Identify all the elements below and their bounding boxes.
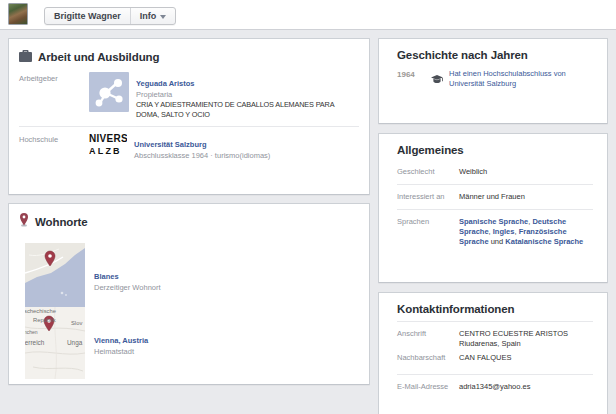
contact-info-title: Kontaktinformationen xyxy=(397,303,593,315)
row-divider xyxy=(397,209,593,210)
university-logo-text-2: ALZB xyxy=(89,145,127,157)
history-year: 1964 xyxy=(397,69,425,79)
employer-role: Propietaria xyxy=(136,90,359,100)
language-link[interactable]: Spanische Sprache xyxy=(459,217,528,226)
email-value: adria1345@yahoo.es xyxy=(459,382,593,392)
gender-label: Geschlecht xyxy=(397,167,449,177)
language-link[interactable]: Ingles xyxy=(493,227,515,236)
current-city-type: Derzeitiger Wohnort xyxy=(94,283,161,293)
profile-name-button[interactable]: Brigitte Wagner xyxy=(45,8,130,24)
topbar: Brigitte Wagner Info xyxy=(0,0,616,30)
row-divider xyxy=(397,184,593,185)
employer-row: Arbeitgeber Yeguada Aristos Propietaria … xyxy=(19,72,359,120)
hometown-type: Heimatstadt xyxy=(94,347,148,357)
places-title: Wohnorte xyxy=(35,216,88,228)
interested-in-label: Interessiert an xyxy=(397,192,449,202)
row-divider xyxy=(19,126,359,127)
college-name-link[interactable]: Universität Salzburg xyxy=(134,140,207,149)
interested-in-row: Interessiert an Männer und Frauen xyxy=(397,187,593,207)
map-label: Slov xyxy=(71,320,82,326)
info-tab-button[interactable]: Info xyxy=(130,8,176,24)
college-logo-thumbnail[interactable]: NIVERS ALZB xyxy=(89,133,127,159)
email-label: E-Mail-Adresse xyxy=(397,382,449,392)
briefcase-icon xyxy=(19,48,32,66)
row-divider xyxy=(397,374,593,375)
college-details: Abschlussklasse 1964 · turismo(idiomas) xyxy=(134,151,270,161)
languages-label: Sprachen xyxy=(397,217,449,227)
employer-description: CRIA Y ADIESTRAMIENTO DE CABALLOS ALEMAN… xyxy=(136,100,359,120)
college-label: Hochschule xyxy=(19,133,89,145)
gender-row: Geschlecht Weiblich xyxy=(397,162,593,182)
address-label: Anschrift xyxy=(397,329,449,339)
college-row: Hochschule NIVERS ALZB Universität Salzb… xyxy=(19,133,359,161)
email-row: E-Mail-Adresse adria1345@yahoo.es xyxy=(397,377,593,397)
map-label: terreich xyxy=(25,339,44,346)
map-label: Unga xyxy=(67,339,82,346)
employer-name-link[interactable]: Yeguada Aristos xyxy=(136,79,195,88)
contact-info-card: Kontaktinformationen Anschrift CENTRO EC… xyxy=(378,292,608,414)
neighborhood-label: Nachbarschaft xyxy=(397,353,449,363)
profile-photo[interactable] xyxy=(8,3,28,25)
languages-value: Spanische Sprache, Deutsche Sprache, Ing… xyxy=(459,217,593,247)
basic-info-card: Allgemeines Geschlecht Weiblich Interess… xyxy=(378,133,608,283)
history-entry-row: 1964 Hat einen Hochschulabschluss von Un… xyxy=(397,69,593,89)
map-label: schechische xyxy=(25,308,56,314)
history-entry-link[interactable]: Hat einen Hochschulabschluss von Univers… xyxy=(449,69,593,89)
page-placeholder-icon xyxy=(89,72,129,112)
address-line2: Riudarenas, Spain xyxy=(459,339,593,349)
languages-row: Sprachen Spanische Sprache, Deutsche Spr… xyxy=(397,212,593,252)
info-tab-label: Info xyxy=(140,11,157,21)
address-line1: CENTRO ECUESTRE ARISTOS xyxy=(459,329,593,339)
hometown-map-thumbnail[interactable]: schechische Republik Slov nchen terreich… xyxy=(25,307,85,379)
profile-nav-buttons: Brigitte Wagner Info xyxy=(44,7,176,25)
history-title: Geschichte nach Jahren xyxy=(397,49,593,61)
address-row: Anschrift CENTRO ECUESTRE ARISTOS Riudar… xyxy=(397,324,593,351)
neighborhood-value: CAN FALQUES xyxy=(459,353,593,363)
places-card: Wohnorte Blanes Derzeitiger Wohnort xyxy=(8,203,370,385)
language-separator: und xyxy=(489,237,506,246)
current-city-map-thumbnail[interactable] xyxy=(25,243,85,307)
work-education-card: Arbeit und Ausbildung Arbeitgeber Yeguad… xyxy=(8,38,370,195)
map-pin-icon xyxy=(19,213,29,231)
gender-value: Weiblich xyxy=(459,167,593,177)
basic-info-title: Allgemeines xyxy=(397,144,593,156)
language-link[interactable]: Katalanische Sprache xyxy=(505,237,583,246)
hometown-row: schechische Republik Slov nchen terreich… xyxy=(19,307,359,379)
hometown-link[interactable]: Vienna, Austria xyxy=(94,336,148,345)
employer-page-thumbnail[interactable] xyxy=(89,72,129,112)
university-logo-text-1: NIVERS xyxy=(89,133,127,145)
map-label: Republik xyxy=(33,317,56,323)
history-card: Geschichte nach Jahren 1964 Hat einen Ho… xyxy=(378,38,608,124)
row-divider xyxy=(397,321,593,322)
neighborhood-row: Nachbarschaft CAN FALQUES xyxy=(397,351,593,368)
profile-about-page: Brigitte Wagner Info Arbeit und Ausbildu… xyxy=(0,0,616,414)
employer-label: Arbeitgeber xyxy=(19,72,89,84)
caret-down-icon xyxy=(160,15,166,19)
profile-name-label: Brigitte Wagner xyxy=(54,11,121,21)
university-logo: NIVERS ALZB xyxy=(89,133,127,159)
current-city-link[interactable]: Blanes xyxy=(94,272,119,281)
map-label: nchen xyxy=(25,329,38,335)
interested-in-value: Männer und Frauen xyxy=(459,192,593,202)
current-city-row: Blanes Derzeitiger Wohnort xyxy=(19,243,359,307)
work-education-title: Arbeit und Ausbildung xyxy=(38,51,159,63)
graduation-cap-icon xyxy=(431,69,443,88)
